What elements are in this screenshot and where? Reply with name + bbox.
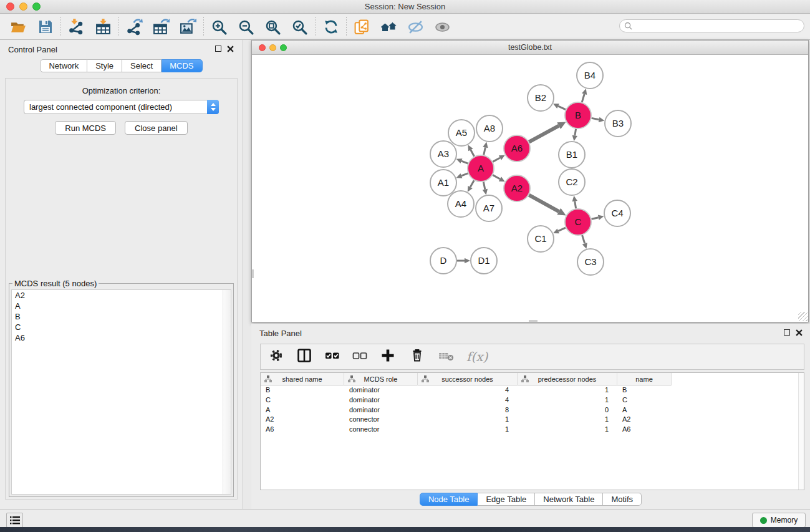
mcds-result-item[interactable]: A6 <box>12 332 231 343</box>
column-header-successor-nodes[interactable]: successor nodes <box>418 373 518 385</box>
import-network-icon[interactable] <box>63 16 90 37</box>
table-cell[interactable]: 0 <box>518 405 617 415</box>
table-tab-node-table[interactable]: Node Table <box>420 493 478 506</box>
graph-edge-A-A4[interactable] <box>470 180 474 187</box>
graph-edge-C-C3[interactable] <box>582 235 585 243</box>
network-window-titlebar[interactable]: testGlobe.txt <box>252 41 808 55</box>
table-tab-edge-table[interactable]: Edge Table <box>478 493 535 506</box>
table-cell[interactable]: 4 <box>418 385 518 395</box>
mcds-result-item[interactable]: C <box>12 322 231 332</box>
table-tab-motifs[interactable]: Motifs <box>603 493 642 506</box>
memory-button[interactable]: Memory <box>752 513 806 528</box>
graph-edge-B-B4[interactable] <box>582 94 584 102</box>
column-header-name[interactable]: name <box>617 373 672 385</box>
table-options-gear-icon[interactable] <box>269 348 284 365</box>
table-cell[interactable]: A6 <box>617 425 672 435</box>
export-image-icon[interactable] <box>175 16 201 37</box>
graph-edge-A-A3[interactable] <box>461 161 468 163</box>
table-cell[interactable]: 1 <box>418 415 518 425</box>
tab-style[interactable]: Style <box>87 59 122 72</box>
column-header-predecessor-nodes[interactable]: predecessor nodes <box>518 373 617 385</box>
table-cell[interactable]: 4 <box>418 395 518 405</box>
table-cell[interactable]: A2 <box>617 415 672 425</box>
graph-edge-A-A2[interactable] <box>493 175 500 179</box>
zoom-in-icon[interactable] <box>206 16 233 37</box>
select-all-checkboxes-icon[interactable] <box>325 348 340 365</box>
graph-edge-A-A6[interactable] <box>493 158 500 162</box>
graph-edge-C-C1[interactable] <box>558 228 566 231</box>
graph-edge-A-A5[interactable] <box>471 150 475 156</box>
mcds-result-item[interactable]: B <box>12 311 231 322</box>
refresh-view-icon[interactable] <box>317 16 344 37</box>
graph-edge-A-A8[interactable] <box>484 147 486 155</box>
run-mcds-button[interactable]: Run MCDS <box>55 121 116 135</box>
close-panel-icon[interactable] <box>227 46 234 52</box>
mcds-result-list[interactable]: A2ABCA6 <box>11 289 231 495</box>
table-cell[interactable]: 1 <box>418 425 518 435</box>
resize-gripper[interactable] <box>798 312 808 321</box>
table-cell[interactable]: 1 <box>518 415 617 425</box>
table-cell[interactable]: A <box>261 405 344 415</box>
mcds-result-item[interactable]: A2 <box>12 290 231 301</box>
close-table-panel-icon[interactable] <box>796 329 803 336</box>
delete-table-icon[interactable] <box>438 348 455 365</box>
tab-network[interactable]: Network <box>40 59 87 72</box>
graph-edge-A-A7[interactable] <box>483 182 485 190</box>
graph-edge-A6-B[interactable] <box>529 126 559 142</box>
result-list-scrollbar[interactable] <box>223 290 231 494</box>
column-header-shared-name[interactable]: shared name <box>261 373 344 385</box>
graph-edge-B-B1[interactable] <box>575 129 576 136</box>
tab-mcds[interactable]: MCDS <box>162 59 202 72</box>
zoom-fit-icon[interactable] <box>259 16 286 37</box>
float-panel-icon[interactable] <box>215 46 221 52</box>
canvas-left-scroll-stub[interactable] <box>252 269 254 278</box>
export-table-icon[interactable] <box>148 16 175 37</box>
table-cell[interactable]: A2 <box>261 415 344 425</box>
table-cell[interactable]: 1 <box>518 385 617 395</box>
mcds-result-item[interactable]: A <box>12 301 231 311</box>
save-session-icon[interactable] <box>32 16 59 37</box>
graph-edge-B-B3[interactable] <box>592 118 599 119</box>
add-column-icon[interactable] <box>380 348 395 365</box>
zoom-selected-icon[interactable] <box>286 16 313 37</box>
show-all-icon[interactable] <box>429 16 456 37</box>
canvas-bottom-scroll-stub[interactable] <box>529 320 538 322</box>
table-cell[interactable]: B <box>617 385 672 395</box>
new-network-from-selection-icon[interactable] <box>349 16 375 37</box>
table-cell[interactable]: C <box>617 395 672 405</box>
import-table-icon[interactable] <box>90 16 117 37</box>
table-cell[interactable]: dominator <box>344 395 418 405</box>
table-tab-network-table[interactable]: Network Table <box>535 493 603 506</box>
function-builder-icon[interactable]: f(x) <box>466 349 488 364</box>
tab-select[interactable]: Select <box>122 59 162 72</box>
export-network-icon[interactable] <box>121 16 148 37</box>
table-cell[interactable]: 1 <box>518 395 617 405</box>
table-cell[interactable]: B <box>261 385 344 395</box>
hide-selected-icon[interactable] <box>402 16 429 37</box>
first-neighbors-icon[interactable] <box>375 16 402 37</box>
table-cell[interactable]: 1 <box>518 425 617 435</box>
column-header-MCDS-role[interactable]: MCDS role <box>344 373 418 385</box>
table-scrollbar[interactable] <box>798 373 804 490</box>
table-cell[interactable]: A6 <box>261 425 344 435</box>
graph-edge-C-C2[interactable] <box>575 201 576 209</box>
show-panels-list-button[interactable] <box>6 513 23 528</box>
table-cell[interactable]: C <box>261 395 344 405</box>
delete-columns-icon[interactable] <box>410 348 425 365</box>
graph-edge-A2-C[interactable] <box>529 195 559 211</box>
table-cell[interactable]: 8 <box>418 405 518 415</box>
unselect-all-checkboxes-icon[interactable] <box>352 348 367 365</box>
criterion-select[interactable]: largest connected component (directed) <box>24 100 219 114</box>
search-input[interactable] <box>635 21 804 31</box>
search-box[interactable] <box>619 19 804 32</box>
table-cell[interactable]: connector <box>344 415 418 425</box>
graph-edge-C-C4[interactable] <box>591 218 598 220</box>
graph-edge-B-B2[interactable] <box>558 106 566 110</box>
zoom-out-icon[interactable] <box>233 16 259 37</box>
table-cell[interactable]: dominator <box>344 405 418 415</box>
graph-edge-A-A1[interactable] <box>461 173 468 176</box>
close-panel-button[interactable]: Close panel <box>125 121 188 135</box>
table-cell[interactable]: A <box>617 405 672 415</box>
show-columns-icon[interactable] <box>297 348 312 365</box>
network-canvas[interactable]: B4B2BB3A5A8A6B1A3AA1C2A2A4A7C4CC1C3DD1 <box>252 55 808 322</box>
